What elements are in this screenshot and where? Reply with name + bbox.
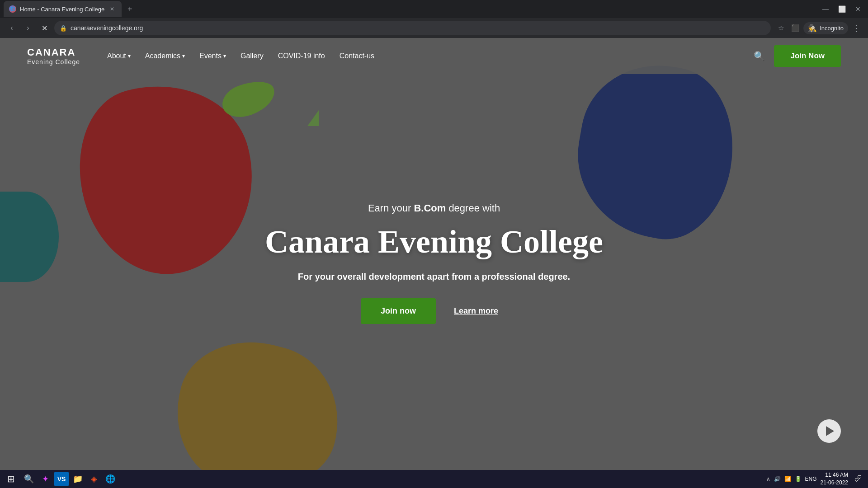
- academics-chevron: ▾: [182, 53, 185, 59]
- active-tab[interactable]: 🌐 Home - Canara Evening College ✕: [4, 1, 122, 17]
- file-explorer-icon[interactable]: 📁: [71, 472, 85, 486]
- logo-main-text: CANARA: [27, 47, 80, 58]
- nav-about[interactable]: About ▾: [107, 52, 131, 60]
- bookmark-button[interactable]: ☆: [774, 22, 787, 34]
- hero-buttons: Join now Learn more: [361, 298, 507, 324]
- tab-bar: 🌐 Home - Canara Evening College ✕ + — ⬜ …: [0, 0, 868, 18]
- system-tray: ∧ 🔊 📶 🔋 ENG: [766, 476, 817, 482]
- clock[interactable]: 11:46 AM 21-06-2022: [821, 471, 848, 487]
- browser-actions: ☆ ⬛ 🕵 Incognito ⋮: [774, 22, 863, 34]
- hero-subtitle: Earn your B.Com degree with: [368, 202, 500, 214]
- site-logo: CANARA Evening College: [27, 47, 80, 66]
- hero-join-button[interactable]: Join now: [361, 298, 436, 324]
- battery-icon[interactable]: 🔋: [795, 476, 802, 482]
- new-tab-button[interactable]: +: [123, 3, 136, 15]
- maximize-button[interactable]: ⬜: [835, 3, 848, 15]
- site-nav-right: 🔍 Join Now: [754, 45, 841, 67]
- nav-gallery[interactable]: Gallery: [241, 52, 264, 60]
- back-button[interactable]: ‹: [5, 22, 18, 34]
- browser-chrome: 🌐 Home - Canara Evening College ✕ + — ⬜ …: [0, 0, 868, 38]
- nav-events[interactable]: Events ▾: [199, 52, 226, 60]
- nav-academics[interactable]: Academics ▾: [145, 52, 185, 60]
- address-bar[interactable]: 🔒 canaraeveningcollege.org: [54, 21, 771, 35]
- site-navbar: CANARA Evening College About ▾ Academics…: [0, 38, 868, 74]
- volume-icon[interactable]: 🔊: [774, 476, 781, 482]
- close-window-button[interactable]: ✕: [852, 3, 864, 15]
- incognito-icon: 🕵: [808, 24, 817, 33]
- url-text: canaraeveningcollege.org: [71, 24, 765, 32]
- expand-tray[interactable]: ∧: [766, 476, 770, 482]
- vscode-icon[interactable]: VS: [54, 472, 69, 486]
- tab-close-button[interactable]: ✕: [108, 5, 116, 13]
- search-taskbar-button[interactable]: 🔍: [22, 472, 36, 486]
- time-display: 11:46 AM: [821, 471, 848, 479]
- notification-button[interactable]: 🗪: [852, 473, 864, 485]
- search-button[interactable]: 🔍: [754, 51, 765, 61]
- lock-icon: 🔒: [60, 25, 67, 32]
- incognito-label: Incognito: [820, 25, 844, 32]
- nav-contact[interactable]: Contact-us: [340, 52, 374, 60]
- about-chevron: ▾: [128, 53, 131, 59]
- taskbar-app-icons: 🔍 ✦ VS 📁 ◈ 🌐: [18, 472, 766, 486]
- chrome-icon[interactable]: 🌐: [103, 472, 118, 486]
- play-button[interactable]: [817, 419, 841, 443]
- join-now-button[interactable]: Join Now: [774, 45, 841, 67]
- site-nav-links: About ▾ Academics ▾ Events ▾ Gallery COV…: [107, 52, 754, 60]
- figma-icon[interactable]: ◈: [87, 472, 101, 486]
- hero-learn-button[interactable]: Learn more: [445, 298, 507, 324]
- hero-section: Earn your B.Com degree with Canara Eveni…: [0, 38, 868, 470]
- nav-covid[interactable]: COVID-19 info: [278, 52, 325, 60]
- tab-title: Home - Canara Evening College: [20, 6, 104, 13]
- start-button[interactable]: ⊞: [4, 472, 18, 486]
- logo-sub-text: Evening College: [27, 58, 80, 66]
- address-bar-row: ‹ › ✕ 🔒 canaraeveningcollege.org ☆ ⬛ 🕵 I…: [0, 18, 868, 38]
- incognito-badge[interactable]: 🕵 Incognito: [803, 22, 848, 34]
- date-display: 21-06-2022: [821, 479, 848, 487]
- hero-description: For your overall development apart from …: [298, 272, 570, 282]
- taskbar-right: ∧ 🔊 📶 🔋 ENG 11:46 AM 21-06-2022 🗪: [766, 471, 864, 487]
- extension-button[interactable]: ⬛: [789, 22, 802, 34]
- hero-title: Canara Evening College: [265, 223, 603, 261]
- wifi-icon[interactable]: 📶: [784, 476, 791, 482]
- events-chevron: ▾: [223, 53, 226, 59]
- play-triangle-icon: [826, 426, 834, 436]
- website-content: CANARA Evening College About ▾ Academics…: [0, 38, 868, 470]
- reload-button[interactable]: ✕: [38, 22, 51, 34]
- minimize-button[interactable]: —: [819, 3, 832, 15]
- browser-menu-button[interactable]: ⋮: [850, 22, 863, 34]
- tab-favicon: 🌐: [9, 5, 16, 13]
- taskbar: ⊞ 🔍 ✦ VS 📁 ◈ 🌐 ∧ 🔊 📶 🔋 ENG 11:46 AM 21-0…: [0, 470, 868, 488]
- forward-button[interactable]: ›: [22, 22, 34, 34]
- snipaste-icon[interactable]: ✦: [38, 472, 52, 486]
- lang-label: ENG: [805, 476, 817, 482]
